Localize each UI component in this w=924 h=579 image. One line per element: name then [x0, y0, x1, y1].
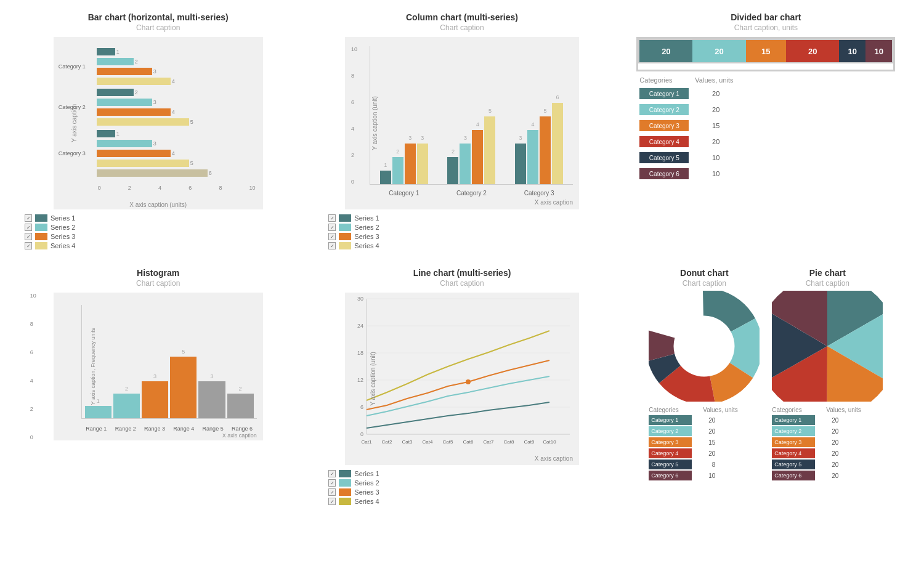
svg-text:Cat8: Cat8	[504, 439, 514, 445]
legend-row-cat2: Category 2 20	[636, 102, 895, 117]
linechart-legend-s1: Series 1	[354, 470, 379, 477]
hist-bar-range5: 3	[198, 381, 225, 418]
colchart-x-labels: Category 1 Category 2 Category 3	[370, 190, 573, 196]
hbar-row: 1	[97, 47, 257, 56]
pie-title: Pie chart	[809, 268, 846, 278]
donut-legend-header: Categories Values, units	[649, 407, 760, 413]
hbar-group-2: Category 2 2 3 4 5	[97, 88, 257, 126]
divided-bar-container: 20 20 15 20 10 10 Categories Values, uni…	[636, 37, 895, 182]
legend-series2-label: Series 2	[51, 224, 75, 231]
svg-text:30: 30	[357, 296, 363, 302]
linechart-title: Line chart (multi-series)	[413, 268, 511, 278]
hbar-group-1: Category 1 1 2 3 4	[97, 47, 257, 86]
circle-charts-row: Donut chart Chart caption	[649, 268, 883, 482]
colchart-legend-s1: Series 1	[354, 214, 379, 222]
legend-item: ✓ Series 1	[328, 214, 379, 222]
linechart-legend-s4: Series 4	[354, 498, 379, 505]
pie-header-cat: Categories	[772, 407, 821, 413]
svg-text:Cat7: Cat7	[484, 439, 494, 445]
svg-text:6: 6	[360, 404, 363, 410]
svg-text:Cat5: Cat5	[443, 439, 453, 445]
hbar-x-ticks: 0 2 4 6 8 10	[97, 185, 257, 191]
linechart-caption: Chart caption	[440, 279, 484, 288]
legend-item: ✓ Series 4	[328, 498, 379, 505]
hbar-row: 2	[97, 57, 257, 66]
legend-row-cat5: Category 5 10	[636, 150, 895, 165]
colchart-legend-s3: Series 3	[354, 233, 379, 240]
hbar-row: 4	[97, 77, 257, 86]
legend-row-cat4: Category 4 20	[636, 134, 895, 149]
hbar-chart-block: Bar chart (horizontal, multi-series) Cha…	[12, 12, 304, 249]
colchart-block: Column chart (multi-series) Chart captio…	[316, 12, 607, 249]
legend-item: ✓ Series 2	[328, 479, 379, 487]
linechart-svg: 0 6 12 18 24 30 Cat1 Cat2 Cat3 Cat4 Cat5…	[345, 293, 579, 465]
donut-block: Donut chart Chart caption	[649, 268, 760, 482]
pie-header-val: Values, units	[826, 407, 861, 413]
legend-row-cat3: Category 3 15	[636, 118, 895, 133]
pie-caption: Chart caption	[806, 279, 849, 288]
svg-text:Cat6: Cat6	[463, 439, 474, 445]
donut-row-cat3: Category 3 15	[649, 437, 760, 447]
segment-cat6: 10	[865, 40, 892, 62]
colchart-caption: Chart caption	[440, 23, 484, 32]
hbar-row: 5	[97, 118, 257, 126]
colchart-group3: 3 4 5 6	[515, 103, 563, 184]
hbar-row: 5	[97, 159, 257, 168]
legend-item: ✓ Series 2	[25, 224, 75, 231]
pie-legend-header: Categories Values, units	[772, 407, 883, 413]
svg-text:Cat4: Cat4	[423, 439, 433, 445]
colchart-inner: 1 2 3 3 2 3 4 5 3 4 5 6	[370, 46, 573, 185]
hbar-title: Bar chart (horizontal, multi-series)	[88, 12, 229, 22]
svg-text:Cat9: Cat9	[524, 439, 535, 445]
histogram-caption: Chart caption	[136, 279, 180, 288]
donut-legend: Categories Values, units Category 1 20 C…	[649, 407, 760, 482]
pie-row-cat4: Category 4 20	[772, 448, 883, 458]
donut-svg	[649, 291, 760, 402]
colchart-legend: ✓ Series 1 ✓ Series 2 ✓ Series 3 ✓ Serie…	[316, 214, 379, 249]
pie-block: Pie chart Chart caption Categories	[772, 268, 883, 482]
legend-item: ✓ Series 1	[25, 214, 75, 222]
legend-header-cat: Categories	[639, 76, 689, 84]
svg-text:Cat1: Cat1	[362, 439, 372, 445]
hbar-x-label: X axis caption (units)	[129, 201, 187, 208]
legend-item: ✓ Series 3	[25, 233, 75, 240]
svg-point-31	[676, 318, 732, 374]
hbar-row: 3	[97, 67, 257, 76]
linechart-x-label: X axis caption	[535, 455, 573, 462]
svg-text:0: 0	[360, 431, 363, 437]
hbar-row: 4	[97, 108, 257, 116]
histogram-title: Histogram	[137, 268, 179, 278]
pie-svg	[772, 291, 883, 402]
legend-series1-label: Series 1	[51, 214, 75, 222]
svg-text:18: 18	[357, 350, 363, 356]
hbar-row: 3	[97, 139, 257, 148]
donut-row-cat1: Category 1 20	[649, 415, 760, 425]
colchart-container: Y axis caption (unit) 0 2 4 6 8 10 1 2 3…	[345, 37, 579, 209]
hbar-legend: ✓ Series 1 ✓ Series 2 ✓ Series 3 ✓ Serie…	[12, 214, 75, 249]
donut-caption: Chart caption	[683, 279, 726, 288]
hbar-row: 2	[97, 88, 257, 97]
legend-item: ✓ Series 2	[328, 224, 379, 231]
legend-item: ✓ Series 4	[25, 242, 75, 249]
donut-header-cat: Categories	[649, 407, 698, 413]
linechart-block: Line chart (multi-series) Chart caption …	[316, 268, 607, 505]
svg-text:12: 12	[357, 377, 363, 383]
hbar-row: 1	[97, 129, 257, 138]
histogram-block: Histogram Chart caption Y axis caption, …	[12, 268, 304, 505]
linechart-y-label: Y axis caption (unit)	[370, 352, 376, 406]
hist-bar-range3: 3	[142, 381, 168, 418]
hbar-cat2-label: Category 2	[59, 104, 86, 110]
colchart-legend-s4: Series 4	[354, 242, 379, 249]
donut-header-val: Values, units	[703, 407, 738, 413]
segment-cat3: 15	[746, 40, 787, 62]
segment-cat4: 20	[786, 40, 839, 62]
donut-row-cat2: Category 2 20	[649, 426, 760, 436]
hbar-group-3: Category 3 1 3 4 5 6	[97, 129, 257, 177]
divided-bar-caption: Chart caption, units	[734, 23, 798, 32]
linechart-legend-s2: Series 2	[354, 479, 379, 487]
hbar-row: 6	[97, 169, 257, 177]
donut-title: Donut chart	[680, 268, 729, 278]
pie-row-cat3: Category 3 20	[772, 437, 883, 447]
pie-row-cat6: Category 6 20	[772, 471, 883, 480]
hist-bar-range6: 2	[227, 394, 254, 418]
